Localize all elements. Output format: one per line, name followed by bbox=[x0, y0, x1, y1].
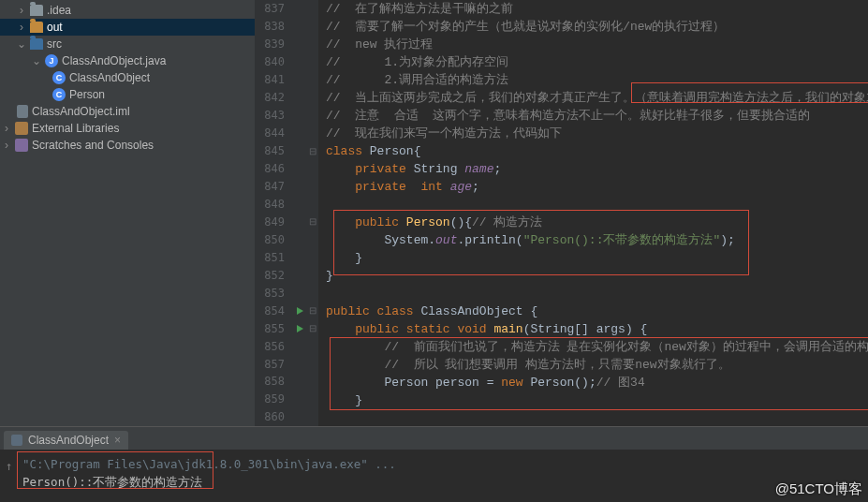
code-text: void bbox=[457, 322, 493, 336]
line-number: 851 bbox=[255, 251, 292, 264]
tree-item-scratch[interactable]: › Scratches and Consoles bbox=[0, 137, 255, 154]
tree-item-iml[interactable]: ClassAndObject.iml bbox=[0, 103, 255, 120]
code-text: // 2.调用合适的构造方法 bbox=[326, 73, 508, 87]
line-number: 853 bbox=[255, 287, 292, 300]
library-icon bbox=[15, 122, 28, 135]
console-line: "C:\Program Files\Java\jdk1.8.0_301\bin\… bbox=[22, 455, 855, 473]
run-tabs: ClassAndObject × bbox=[0, 427, 868, 450]
code-text: ClassAndObject bbox=[420, 304, 530, 318]
line-number: 838 bbox=[255, 20, 292, 33]
code-text: { bbox=[414, 144, 421, 158]
code-text: (String[] args) { bbox=[523, 322, 648, 336]
line-number: 844 bbox=[255, 126, 292, 140]
fold-icon[interactable]: ⊟ bbox=[307, 305, 318, 316]
class-icon: C bbox=[52, 88, 66, 101]
tree-label: ClassAndObject.java bbox=[62, 54, 166, 67]
tree-label: ClassAndObject bbox=[69, 71, 150, 84]
tree-item-external[interactable]: › External Libraries bbox=[0, 120, 255, 137]
code-text: private bbox=[355, 162, 413, 176]
line-number: 857 bbox=[255, 358, 292, 371]
code-text: ; bbox=[472, 180, 479, 194]
line-number: 849 bbox=[255, 215, 292, 229]
tree-label: .idea bbox=[47, 4, 71, 17]
run-gutter-icon[interactable] bbox=[297, 307, 303, 315]
code-text: // 现在我们来写一个构造方法，代码如下 bbox=[326, 126, 562, 140]
code-text: } bbox=[355, 251, 362, 265]
tree-label: out bbox=[47, 21, 63, 34]
code-text: int bbox=[420, 180, 449, 194]
code-text: = bbox=[487, 376, 502, 390]
code-text: person bbox=[435, 376, 487, 390]
code-text: public bbox=[355, 215, 406, 229]
code-text: } bbox=[355, 393, 362, 407]
code-text: Person(); bbox=[530, 376, 596, 390]
tree-label: ClassAndObject.iml bbox=[32, 105, 130, 118]
line-number: 842 bbox=[255, 91, 292, 104]
folder-icon bbox=[30, 22, 43, 33]
class-icon: C bbox=[52, 71, 66, 84]
chevron-down-icon: ⌄ bbox=[32, 54, 41, 67]
folder-icon bbox=[30, 38, 43, 50]
code-text: } bbox=[326, 269, 333, 283]
code-text: Person bbox=[384, 376, 435, 390]
chevron-right-icon: › bbox=[2, 139, 11, 152]
tree-label: External Libraries bbox=[32, 122, 119, 135]
console-output[interactable]: ↑ "C:\Program Files\Java\jdk1.8.0_301\bi… bbox=[0, 450, 868, 502]
fold-icon[interactable]: ⊟ bbox=[307, 146, 318, 156]
line-number: 848 bbox=[255, 198, 292, 211]
line-number: 841 bbox=[255, 73, 292, 86]
line-number: 845 bbox=[255, 144, 292, 157]
code-text: (){ bbox=[450, 215, 472, 229]
line-number: 858 bbox=[255, 375, 292, 388]
run-tab-label: ClassAndObject bbox=[28, 434, 109, 447]
code-text: // 图34 bbox=[596, 376, 645, 390]
scratch-icon bbox=[15, 139, 28, 152]
tree-item-src[interactable]: ⌄ src bbox=[0, 36, 255, 52]
file-icon bbox=[17, 105, 28, 118]
code-text: public static bbox=[355, 322, 457, 336]
code-text: // 注意 合适 这两个字，意味着构造方法不止一个。就好比鞋子很多，但要挑合适的 bbox=[326, 109, 810, 123]
scroll-up-icon[interactable]: ↑ bbox=[6, 457, 13, 475]
code-text: （意味着调用完构造方法之后，我们的对象才真正产生了） bbox=[635, 91, 868, 105]
tree-item-class[interactable]: C Person bbox=[0, 86, 255, 103]
line-number: 847 bbox=[255, 180, 292, 193]
tree-label: src bbox=[47, 37, 62, 51]
fold-icon[interactable]: ⊟ bbox=[307, 216, 318, 227]
run-tool-window[interactable]: ClassAndObject × ↑ "C:\Program Files\Jav… bbox=[0, 426, 868, 502]
code-text: main bbox=[493, 322, 522, 336]
code-editor[interactable]: 837 838 839 840 841 842 843 844 845⊟ 846… bbox=[255, 0, 868, 426]
chevron-right-icon: › bbox=[2, 122, 11, 135]
code-text: "Person()::不带参数的构造方法" bbox=[523, 233, 721, 247]
code-text: System. bbox=[384, 233, 435, 247]
code-text: class bbox=[326, 144, 370, 158]
code-text: private bbox=[355, 180, 420, 194]
run-tab[interactable]: ClassAndObject × bbox=[4, 431, 128, 450]
line-number: 850 bbox=[255, 233, 292, 246]
fold-icon[interactable]: ⊟ bbox=[307, 323, 318, 333]
code-text: ); bbox=[720, 233, 735, 247]
code-text: age bbox=[450, 180, 472, 194]
line-number: 837 bbox=[255, 2, 292, 15]
tree-label: Scratches and Consoles bbox=[32, 139, 154, 152]
code-text: // 在了解构造方法是干嘛的之前 bbox=[326, 2, 513, 16]
tree-item-class[interactable]: C ClassAndObject bbox=[0, 69, 255, 86]
code-text: ; bbox=[493, 162, 501, 176]
code-text: public class bbox=[326, 304, 420, 318]
project-tree[interactable]: › .idea › out ⌄ src ⌄ J ClassAndObject.j… bbox=[0, 0, 255, 426]
line-number: 846 bbox=[255, 162, 292, 175]
code-area[interactable]: // 在了解构造方法是干嘛的之前 // 需要了解一个对象的产生（也就是说对象的实… bbox=[318, 0, 868, 426]
tree-item-out[interactable]: › out bbox=[0, 19, 255, 36]
code-text: // 当上面这两步完成之后，我们的对象才真正产生了。 bbox=[326, 91, 635, 105]
chevron-right-icon: › bbox=[17, 21, 26, 34]
run-gutter-icon[interactable] bbox=[297, 325, 303, 332]
code-text: Person bbox=[406, 215, 450, 229]
tree-item-idea[interactable]: › .idea bbox=[0, 2, 255, 19]
code-text: .println( bbox=[457, 233, 522, 247]
close-icon[interactable]: × bbox=[114, 434, 121, 447]
tree-item-java-file[interactable]: ⌄ J ClassAndObject.java bbox=[0, 52, 255, 69]
tree-label: Person bbox=[69, 88, 105, 101]
code-text: String bbox=[414, 162, 465, 176]
line-number: 852 bbox=[255, 269, 292, 282]
line-number: 856 bbox=[255, 340, 292, 353]
code-text: // 前面我们也说了，构造方法 是在实例化对象（new对象）的过程中，会调用合适… bbox=[384, 340, 868, 354]
